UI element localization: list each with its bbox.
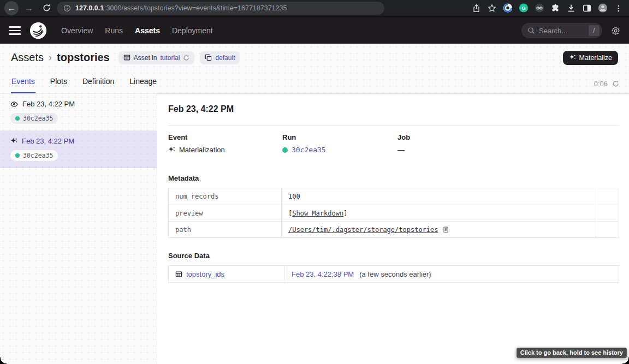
search-input[interactable]: [539, 27, 585, 35]
bracket: [: [288, 210, 292, 217]
job-value: —: [397, 146, 405, 154]
bracket: ]: [343, 210, 347, 217]
nav-item-runs[interactable]: Runs: [105, 26, 123, 35]
metadata-key: path: [169, 221, 281, 237]
browser-toolbar: ← → 127.0.0.1 :3000/assets/topstories?vi…: [0, 0, 629, 17]
dagster-top-nav: Overview Runs Assets Deployment /: [0, 17, 629, 44]
window-corner: [0, 357, 7, 364]
asset-location-prefix: Asset in: [134, 54, 157, 62]
window-corner: [622, 357, 629, 364]
refresh-icon[interactable]: [612, 80, 619, 87]
run-id: 30c2ea35: [23, 152, 53, 159]
metadata-key: preview: [169, 205, 281, 221]
event-summary-columns: Event Materialization Run 30c2ea35 Job —: [168, 133, 619, 154]
global-search[interactable]: /: [521, 23, 602, 38]
search-shortcut-key: /: [589, 25, 600, 36]
dagster-logo[interactable]: [29, 22, 47, 39]
browser-reload-button[interactable]: [39, 1, 54, 15]
sparkle-icon: [569, 54, 576, 61]
grammarly-icon[interactable]: G: [519, 3, 529, 13]
materialize-label: Materialize: [579, 54, 612, 62]
browser-menu-icon[interactable]: ⋮: [614, 3, 624, 13]
browser-address-bar[interactable]: 127.0.0.1 :3000/assets/topstories?view=e…: [57, 2, 384, 15]
back-icon: ←: [8, 3, 16, 13]
asset-location-link[interactable]: tutorial: [160, 54, 180, 62]
event-timestamp: Feb 23, 4:22 PM: [22, 137, 74, 145]
profile-avatar[interactable]: [598, 3, 608, 13]
share-icon[interactable]: [471, 3, 481, 13]
hamburger-menu-icon[interactable]: [9, 26, 21, 35]
sparkle-materialization-icon: [168, 146, 175, 153]
path-link[interactable]: /Users/tim/.dagster/storage/topstories: [288, 226, 438, 234]
asset-group-label: default: [215, 54, 235, 62]
tab-definition[interactable]: Definition: [82, 77, 115, 93]
browser-back-button[interactable]: ←: [4, 1, 19, 15]
metadata-value: 100: [281, 188, 596, 205]
metadata-value: [ Show Markdown ]: [281, 205, 596, 221]
event-list-sidebar: Feb 23, 4:22 PM 30c2ea35 Feb 23, 4:22 PM…: [0, 94, 157, 364]
asset-name: topstories: [57, 51, 110, 64]
metadata-key: num_records: [169, 188, 281, 205]
metadata-actions-cell: [596, 221, 619, 237]
materialize-button[interactable]: Materialize: [563, 51, 618, 65]
browser-actions: G ⋮: [471, 3, 625, 13]
metadata-actions-cell: [596, 205, 619, 221]
event-type-value: Materialization: [179, 146, 225, 154]
refresh-countdown: 0:06: [594, 80, 608, 88]
side-panel-icon[interactable]: [582, 3, 592, 13]
table-grid-icon: [175, 271, 182, 278]
event-list-item-materialization[interactable]: Feb 23, 4:22 PM 30c2ea35: [0, 131, 157, 168]
metadata-section-title: Metadata: [168, 174, 619, 182]
run-id-link[interactable]: 30c2ea35: [292, 146, 326, 154]
source-timestamp-note: (a few seconds earlier): [359, 270, 431, 278]
run-id-pill: 30c2ea35: [10, 113, 58, 124]
svg-text:G: G: [521, 5, 526, 11]
breadcrumb-assets-link[interactable]: Assets: [11, 51, 44, 64]
asset-location-badge[interactable]: Asset in tutorial: [118, 51, 195, 64]
tab-plots[interactable]: Plots: [50, 77, 68, 93]
main-nav: Overview Runs Assets Deployment: [61, 26, 213, 35]
search-icon: [527, 27, 535, 34]
job-column-label: Job: [397, 133, 619, 141]
app-window: ← → 127.0.0.1 :3000/assets/topstories?vi…: [0, 0, 629, 364]
divider: [168, 126, 619, 126]
source-data-table: topstory_ids Feb 23, 4:22:38 PM (a few s…: [168, 265, 619, 283]
event-timestamp: Feb 23, 4:22 PM: [22, 100, 75, 108]
run-status-dot: [282, 147, 288, 153]
event-detail-title: Feb 23, 4:22 PM: [168, 104, 619, 114]
event-column-label: Event: [168, 133, 282, 141]
reload-icon: [43, 4, 51, 12]
run-status-dot: [15, 116, 20, 121]
asset-page-header: Assets › topstories Asset in tutorial de…: [0, 44, 629, 94]
source-asset-link[interactable]: topstory_ids: [186, 270, 224, 278]
nav-item-overview[interactable]: Overview: [61, 26, 93, 35]
source-timestamp-link[interactable]: Feb 23, 4:22:38 PM: [292, 270, 354, 278]
event-list-item-observation[interactable]: Feb 23, 4:22 PM 30c2ea35: [0, 94, 157, 131]
tab-events[interactable]: Events: [11, 77, 35, 93]
settings-gear-icon[interactable]: [611, 26, 620, 35]
source-data-section-title: Source Data: [168, 252, 619, 260]
nav-item-deployment[interactable]: Deployment: [172, 26, 213, 35]
metadata-table: num_records 100 preview [ Show Markdown …: [168, 188, 619, 238]
browser-back-tooltip: Click to go back, hold to see history: [517, 348, 627, 358]
breadcrumb-separator: ›: [49, 52, 52, 63]
extensions-puzzle-icon[interactable]: [550, 3, 560, 13]
copy-clipboard-icon[interactable]: [442, 226, 449, 233]
asset-group-badge[interactable]: default: [200, 51, 240, 64]
metadata-actions-cell: [596, 188, 619, 205]
goggles-extension-icon[interactable]: [535, 3, 544, 13]
browser-forward-button[interactable]: →: [22, 1, 36, 15]
site-info-icon[interactable]: [63, 4, 71, 12]
copy-layers-icon: [205, 54, 212, 61]
extension-blocker-icon[interactable]: [503, 3, 513, 13]
eye-observation-icon: [10, 100, 18, 108]
forward-icon: →: [25, 3, 33, 13]
reload-location-icon[interactable]: [183, 55, 189, 61]
show-markdown-link[interactable]: Show Markdown: [292, 210, 343, 217]
downloads-icon[interactable]: [566, 3, 576, 13]
tab-lineage[interactable]: Lineage: [129, 77, 157, 93]
bookmark-star-icon[interactable]: [487, 3, 497, 13]
table-grid-icon: [123, 54, 130, 61]
run-id: 30c2ea35: [23, 115, 53, 122]
nav-item-assets[interactable]: Assets: [135, 26, 160, 35]
